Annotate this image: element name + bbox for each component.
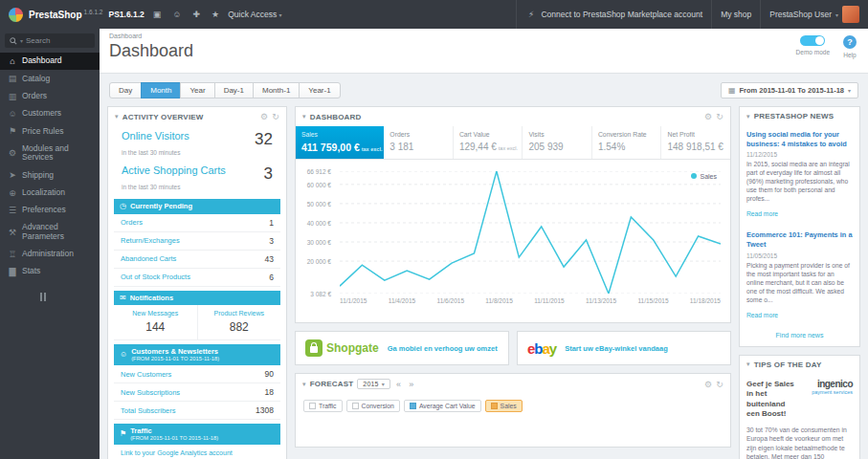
panel-caret-icon[interactable]: ▾ (302, 113, 306, 120)
sidebar-item-customers[interactable]: ☺Customers (0, 105, 100, 122)
shop-name[interactable]: PS1.6.1.2 (108, 10, 144, 19)
sidebar-item-modules[interactable]: ⚙Modules and Services (0, 141, 100, 167)
refresh-icon[interactable]: ↻ (716, 112, 723, 121)
customers-row: New Customers90 (114, 365, 280, 383)
kpi-tab-conversion-rate[interactable]: Conversion Rate 1.54% (592, 126, 662, 159)
chart-x-axis: 11/1/201511/4/201511/6/201511/8/201511/1… (340, 294, 721, 304)
range-month-button[interactable]: Month (141, 82, 181, 98)
returns-link[interactable]: Return/Exchanges (121, 236, 180, 245)
kpi-tab-net-profit[interactable]: Net Profit 148 918,51 € (661, 126, 730, 159)
range-day-button[interactable]: Day (109, 82, 142, 98)
plus-icon[interactable]: ✚ (190, 10, 204, 19)
search-input[interactable] (26, 36, 81, 45)
my-shop-link[interactable]: My shop (711, 0, 760, 29)
legend-sales-toggle[interactable]: Sales (485, 400, 523, 412)
settings-icon[interactable]: ⚙ (704, 112, 712, 121)
calendar-icon: ▦ (728, 86, 736, 95)
sidebar-item-administration[interactable]: ♖Administration (0, 246, 100, 263)
kpi-tab-cart-value[interactable]: Cart Value 129,44 €tax excl. (454, 126, 523, 159)
out-of-stock-link[interactable]: Out of Stock Products (121, 273, 190, 281)
abandoned-carts-link[interactable]: Abandoned Carts (121, 254, 176, 263)
google-analytics-link[interactable]: Link to your Google Analytics account (114, 445, 280, 459)
date-range-value: From 2015-11-01 To 2015-11-18 (739, 86, 844, 95)
new-subscriptions-link[interactable]: New Subscriptions (121, 388, 180, 397)
ebay-logo: ebay (527, 340, 556, 357)
sidebar-item-stats[interactable]: ▇Stats (0, 263, 100, 280)
sales-chart-plot (340, 171, 721, 294)
quick-access-menu[interactable]: Quick Access ▾ (228, 10, 281, 19)
online-visitors-link[interactable]: Online Visitors (122, 130, 189, 142)
read-more-link[interactable]: Read more (746, 210, 778, 217)
news-article: Using social media for your business: 4 … (740, 125, 859, 226)
user-icon[interactable]: ☺ (169, 10, 184, 19)
sidebar-item-label: Price Rules (22, 127, 63, 137)
clock-icon: ◷ (120, 202, 126, 211)
checkbox-icon (309, 403, 316, 409)
sidebar-item-catalog[interactable]: ▤Catalog (0, 70, 100, 87)
previous-year-icon[interactable]: « (394, 380, 403, 389)
returns-count: 3 (269, 236, 274, 246)
refresh-icon[interactable]: ↻ (272, 112, 279, 121)
range-year-1-button[interactable]: Year-1 (299, 82, 340, 98)
sidebar-item-shipping[interactable]: ➤Shipping (0, 166, 100, 184)
range-day-1-button[interactable]: Day-1 (214, 82, 254, 98)
find-more-news-link[interactable]: Find more news (740, 327, 859, 346)
home-icon: ⌂ (8, 56, 17, 66)
legend-conversion-toggle[interactable]: Conversion (346, 400, 400, 412)
sidebar-item-label: Dashboard (22, 56, 62, 66)
customers-row: Total Subscribers1308 (114, 402, 280, 420)
total-subscribers-link[interactable]: Total Subscribers (121, 406, 176, 415)
pending-row: Abandoned Carts43 (114, 251, 280, 269)
panel-caret-icon[interactable]: ▾ (115, 113, 119, 120)
sidebar-item-localization[interactable]: ⊕Localization (0, 185, 100, 202)
legend-average-cart-value-toggle[interactable]: Average Cart Value (404, 400, 481, 412)
demo-mode-toggle[interactable] (800, 35, 825, 46)
legend-traffic-toggle[interactable]: Traffic (303, 400, 343, 412)
sidebar-item-preferences[interactable]: ☰Preferences (0, 202, 100, 219)
news-article-title[interactable]: Using social media for your business: 4 … (746, 130, 853, 148)
panel-caret-icon[interactable]: ▾ (746, 113, 750, 120)
help-icon[interactable]: ? (843, 35, 857, 49)
kpi-tab-sales[interactable]: Sales 411 759,00 €tax excl. (296, 126, 384, 159)
read-more-link[interactable]: Read more (746, 312, 778, 318)
panel-caret-icon[interactable]: ▾ (746, 361, 750, 368)
sidebar-item-orders[interactable]: ▥Orders (0, 88, 100, 105)
forecast-year-select[interactable]: 2015▾ (357, 379, 390, 389)
date-range-picker[interactable]: ▦ From 2015-11-01 To 2015-11-18 ▾ (721, 82, 858, 98)
settings-icon[interactable]: ⚙ (704, 380, 712, 389)
news-article-title[interactable]: Ecommerce 101: Payments in a Tweet (746, 230, 853, 249)
kpi-tab-visits[interactable]: Visits 205 939 (523, 126, 592, 159)
brand-name[interactable]: PrestaShop1.6.1.2 (29, 9, 102, 20)
abandoned-carts-count: 43 (265, 254, 274, 264)
shopgate-link[interactable]: Ga mobiel en verhoog uw omzet (388, 344, 498, 353)
new-messages-cell[interactable]: New Messages 144 (114, 305, 198, 339)
demo-mode-control: Demo mode (796, 35, 830, 58)
range-year-button[interactable]: Year (180, 82, 214, 98)
chart-legend[interactable]: Sales (691, 173, 717, 180)
new-subscriptions-count: 18 (265, 387, 274, 397)
active-carts-link[interactable]: Active Shopping Carts (122, 164, 226, 176)
sidebar-item-advanced-parameters[interactable]: ⚒Advanced Parameters (0, 219, 100, 246)
orders-link[interactable]: Orders (121, 218, 143, 227)
ingenico-logo: ingenico payment services (803, 380, 853, 396)
kpi-tab-orders[interactable]: Orders 3 181 (384, 126, 454, 159)
user-menu[interactable]: PrestaShop User ▾ (760, 0, 868, 29)
product-reviews-cell[interactable]: Product Reviews 882 (198, 305, 281, 339)
sales-chart: 66 912 €60 000 €50 000 €40 000 €30 000 €… (296, 160, 730, 322)
trophy-icon[interactable]: ★ (209, 10, 222, 19)
sidebar-item-price-rules[interactable]: ⚑Price Rules (0, 122, 100, 140)
localization-icon: ⊕ (8, 188, 17, 198)
new-customers-link[interactable]: New Customers (121, 370, 171, 379)
settings-icon[interactable]: ⚙ (260, 112, 268, 121)
panel-caret-icon[interactable]: ▾ (302, 381, 306, 388)
next-year-icon[interactable]: » (407, 380, 415, 389)
cart-icon[interactable]: ▣ (150, 10, 165, 19)
sidebar-item-dashboard[interactable]: ⌂Dashboard (0, 53, 100, 70)
collapse-sidebar-button[interactable] (40, 293, 100, 301)
refresh-icon[interactable]: ↻ (716, 380, 723, 389)
marketplace-link[interactable]: ⚡Connect to PrestaShop Marketplace accou… (516, 0, 711, 29)
shipping-icon: ➤ (8, 170, 17, 180)
ebay-link[interactable]: Start uw eBay-winkel vandaag (565, 344, 668, 353)
range-month-1-button[interactable]: Month-1 (253, 82, 300, 98)
search-scope-caret-icon[interactable]: ▾ (20, 37, 23, 44)
